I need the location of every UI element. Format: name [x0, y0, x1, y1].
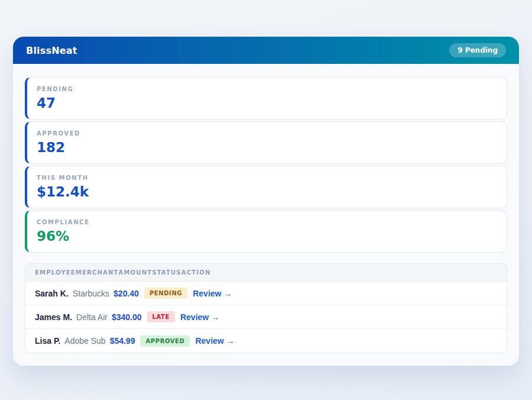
- stat-label: PENDING: [37, 86, 497, 92]
- merchant-name: Starbucks: [73, 289, 109, 298]
- employee-name: Lisa P.: [35, 336, 60, 346]
- app-title: BlissNeat: [26, 45, 77, 56]
- amount-value: $340.00: [112, 312, 142, 322]
- review-link[interactable]: Review →: [193, 289, 232, 298]
- status-badge: APPROVED: [140, 336, 190, 347]
- column-header-amount: AMOUNT: [119, 269, 153, 276]
- stat-label: COMPLIANCE: [37, 219, 497, 225]
- main-content: PENDING 47 APPROVED 182 THIS MONTH $12.4…: [13, 64, 519, 353]
- merchant-name: Adobe Sub: [64, 336, 105, 346]
- pending-count-badge: 9 Pending: [449, 43, 506, 57]
- stat-label: APPROVED: [37, 130, 497, 137]
- table-header-row: EMPLOYEEMERCHANTAMOUNTSTATUSACTION: [25, 264, 507, 282]
- merchant-name: Delta Air: [76, 312, 108, 322]
- expenses-table: EMPLOYEEMERCHANTAMOUNTSTATUSACTION Sarah…: [25, 263, 507, 353]
- table-row: James M. Delta Air $340.00 LATE Review →: [25, 305, 507, 329]
- stat-label: THIS MONTH: [37, 175, 497, 181]
- status-badge: PENDING: [144, 288, 187, 299]
- employee-name: James M.: [35, 312, 72, 322]
- app-header: BlissNeat 9 Pending: [13, 37, 519, 64]
- column-header-status: STATUS: [152, 269, 181, 276]
- stat-value: 182: [37, 140, 497, 155]
- review-link[interactable]: Review →: [195, 336, 234, 346]
- stat-card-approved: APPROVED 182: [25, 121, 507, 164]
- amount-value: $20.40: [113, 289, 139, 298]
- table-row: Lisa P. Adobe Sub $54.99 APPROVED Review…: [25, 329, 507, 353]
- column-header-merchant: MERCHANT: [76, 269, 119, 276]
- table-row: Sarah K. Starbucks $20.40 PENDING Review…: [25, 282, 507, 305]
- stat-value: 96%: [37, 228, 497, 244]
- stat-value: 47: [37, 95, 497, 111]
- review-link[interactable]: Review →: [180, 312, 219, 322]
- amount-value: $54.99: [110, 336, 135, 346]
- stat-value: $12.4k: [37, 184, 497, 199]
- column-header-employee: EMPLOYEE: [35, 269, 76, 276]
- stat-card-this-month: THIS MONTH $12.4k: [25, 166, 507, 208]
- stat-card-compliance: COMPLIANCE 96%: [25, 210, 507, 253]
- app-window: BlissNeat 9 Pending PENDING 47 APPROVED …: [13, 37, 519, 366]
- stat-card-pending: PENDING 47: [25, 77, 507, 120]
- employee-name: Sarah K.: [35, 289, 69, 298]
- column-header-action: ACTION: [181, 269, 211, 276]
- status-badge: LATE: [147, 311, 175, 322]
